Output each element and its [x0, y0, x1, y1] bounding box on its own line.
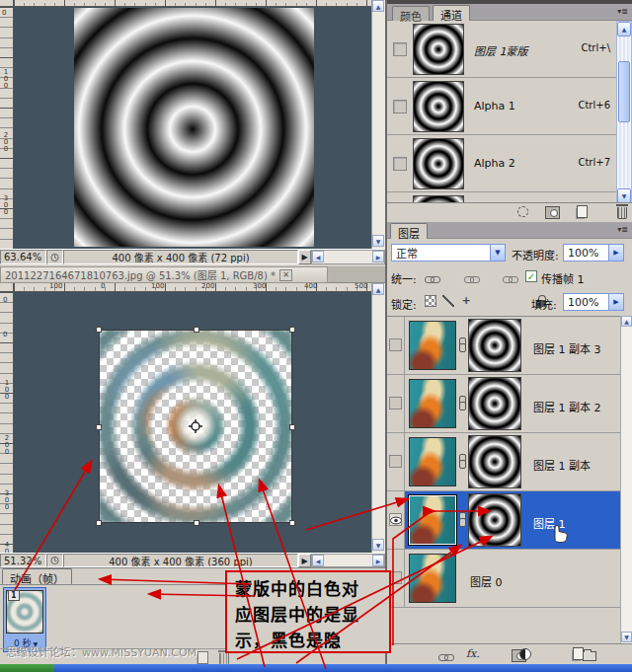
transform-handle[interactable]	[289, 520, 295, 526]
layer-mask-thumbnail[interactable]	[468, 319, 521, 372]
lock-pixels-icon[interactable]	[442, 295, 454, 307]
layer-thumbnail[interactable]	[409, 379, 456, 428]
lock-label: 锁定:	[391, 296, 417, 312]
unify-visibility-icon[interactable]	[464, 275, 480, 283]
fill-field[interactable]: 100% ▶	[563, 293, 624, 311]
doc-bottom-vertical-scrollbar[interactable]: ▲ ▼	[371, 283, 385, 553]
status-flyout-button[interactable]: ▶	[298, 554, 311, 567]
scroll-right-icon[interactable]: ▶	[372, 251, 384, 262]
layer-row[interactable]: 图层 1 副本 2	[387, 375, 620, 433]
lock-position-icon[interactable]: +	[460, 295, 472, 307]
channel-visibility-box[interactable]	[393, 42, 407, 56]
transform-handle[interactable]	[96, 327, 102, 333]
doc-bottom-titlebar[interactable]: 2011227164671810763.jpg @ 51.3% (图层 1, R…	[0, 266, 328, 283]
load-selection-icon[interactable]	[517, 206, 528, 217]
channel-thumbnail[interactable]	[413, 24, 464, 75]
tab-layers[interactable]: 图层	[390, 223, 428, 239]
new-group-icon[interactable]	[583, 651, 596, 661]
layer-thumbnail[interactable]	[409, 495, 456, 545]
transform-handle[interactable]	[289, 327, 295, 333]
doc-top-vertical-scrollbar[interactable]: ▲ ▼	[371, 0, 385, 249]
scroll-down-icon[interactable]: ▼	[617, 188, 631, 203]
blend-mode-dropdown[interactable]: 正常 ▼	[391, 244, 506, 261]
scroll-left-icon[interactable]: ◀	[312, 251, 324, 262]
transform-bounding-box[interactable]	[99, 330, 292, 523]
visibility-box[interactable]	[389, 397, 402, 410]
visibility-box[interactable]	[389, 338, 402, 351]
scroll-right-icon[interactable]: ▶	[372, 555, 384, 566]
new-layer-icon[interactable]	[573, 647, 584, 660]
scroll-left-icon[interactable]: ◀	[312, 555, 324, 566]
visibility-box[interactable]	[389, 513, 402, 526]
transform-handle[interactable]	[194, 327, 199, 333]
layer-row[interactable]: 图层 0	[387, 550, 620, 608]
channel-row-partial[interactable]	[387, 192, 616, 202]
transform-handle[interactable]	[96, 520, 102, 526]
tab-channels[interactable]: 通道	[433, 5, 470, 21]
close-icon[interactable]: ✕	[279, 269, 292, 281]
lock-transparency-icon[interactable]	[425, 295, 436, 307]
layer-row[interactable]: 图层 1 副本 3	[387, 317, 620, 375]
opacity-field[interactable]: 100% ▶	[563, 244, 624, 261]
scroll-up-icon[interactable]: ▲	[372, 0, 384, 12]
transform-handle[interactable]	[289, 424, 295, 430]
duplicate-frame-icon[interactable]	[198, 651, 208, 664]
channel-visibility-box[interactable]	[393, 157, 407, 171]
mask-link-icon[interactable]	[458, 454, 466, 469]
adjustment-layer-icon[interactable]	[519, 648, 531, 660]
layer-thumbnail[interactable]	[409, 321, 456, 370]
doc-bottom-horizontal-scrollbar[interactable]: ◀ ▶	[311, 554, 385, 567]
channel-row[interactable]: Alpha 1 Ctrl+6	[387, 78, 616, 135]
save-selection-as-channel-icon[interactable]	[545, 206, 560, 219]
new-channel-icon[interactable]	[577, 205, 588, 218]
visibility-box[interactable]	[389, 455, 402, 468]
channel-visibility-box[interactable]	[393, 100, 407, 113]
channel-thumbnail[interactable]	[413, 81, 464, 132]
layer-row-selected[interactable]: 图层 1	[387, 491, 620, 550]
layer-thumbnail[interactable]	[409, 554, 456, 603]
taskbar-start-fragment[interactable]	[0, 664, 54, 672]
scroll-up-icon[interactable]: ▲	[372, 283, 384, 295]
layers-scrollbar[interactable]: ▲ ▼	[620, 316, 632, 643]
zoom-level-field[interactable]: 63.64%	[0, 250, 46, 264]
tab-animation-frames[interactable]: 动画（帧）	[2, 568, 72, 584]
scroll-down-icon[interactable]: ▼	[372, 235, 384, 247]
taskbar[interactable]	[54, 664, 632, 672]
mask-link-icon[interactable]	[458, 396, 466, 411]
channel-thumbnail[interactable]	[413, 195, 464, 202]
doc-top-horizontal-scrollbar[interactable]: ◀ ▶	[311, 250, 385, 264]
delete-channel-icon[interactable]	[617, 207, 627, 219]
scroll-up-icon[interactable]: ▲	[621, 316, 632, 327]
panel-menu-icon[interactable]: ▾≣	[617, 225, 628, 234]
layer-thumbnail[interactable]	[409, 437, 456, 486]
layer-mask-thumbnail[interactable]	[468, 493, 521, 547]
unify-style-icon[interactable]	[503, 275, 518, 283]
transform-handle[interactable]	[96, 424, 102, 430]
layer-style-icon[interactable]: fx.	[466, 647, 480, 660]
chevron-down-icon[interactable]: ▼	[490, 245, 505, 261]
chevron-right-icon[interactable]: ▶	[608, 245, 623, 261]
scroll-up-icon[interactable]: ▲	[617, 22, 631, 37]
scroll-down-icon[interactable]: ▼	[621, 632, 632, 642]
panel-menu-icon[interactable]: ▾≣	[617, 7, 628, 16]
layer-row[interactable]: 图层 1 副本	[387, 433, 620, 491]
propagate-frame-checkbox[interactable]: ✓	[525, 270, 537, 282]
tab-color[interactable]: 颜色	[392, 6, 430, 21]
scroll-down-icon[interactable]: ▼	[372, 539, 384, 551]
canvas-bottom[interactable]	[14, 292, 371, 553]
channels-scrollbar[interactable]: ▲ ▼	[616, 21, 632, 202]
canvas-top[interactable]	[14, 7, 371, 249]
layer-mask-thumbnail[interactable]	[468, 377, 521, 430]
channel-thumbnail[interactable]	[413, 138, 464, 189]
status-flyout-button[interactable]: ▶	[298, 250, 311, 264]
chevron-right-icon[interactable]: ▶	[608, 294, 623, 310]
transform-handle[interactable]	[194, 520, 199, 526]
link-layers-icon[interactable]	[438, 653, 454, 661]
channel-row[interactable]: Alpha 2 Ctrl+7	[387, 135, 616, 192]
unify-position-icon[interactable]	[425, 275, 440, 283]
mask-link-icon[interactable]	[458, 512, 466, 527]
mask-link-icon[interactable]	[458, 337, 466, 352]
channel-row[interactable]: 图层 1蒙版 Ctrl+\	[387, 21, 616, 78]
zoom-level-field[interactable]: 51.32%	[0, 554, 46, 567]
layer-mask-thumbnail[interactable]	[468, 435, 521, 488]
